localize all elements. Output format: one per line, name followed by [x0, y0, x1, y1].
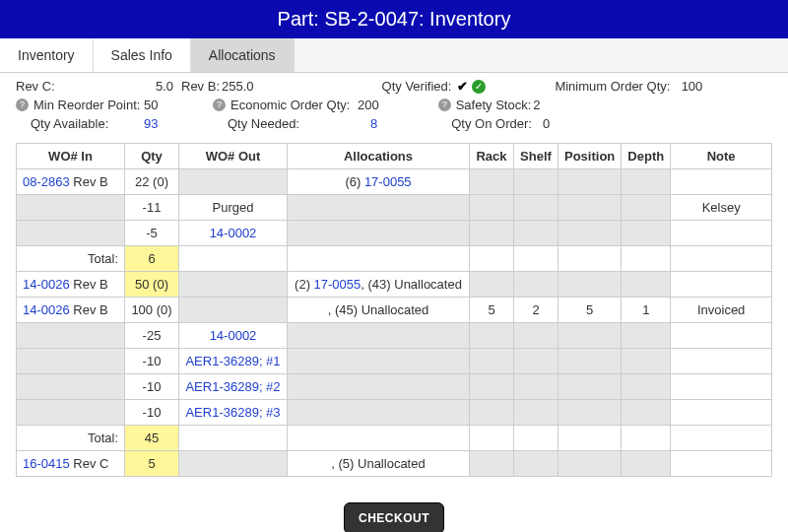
footer: CHECKOUT: [0, 487, 788, 532]
col-position: Position: [558, 144, 622, 169]
col-qty: Qty: [125, 144, 179, 169]
rack-cell: [470, 169, 514, 195]
wo-out-cell: [179, 272, 288, 298]
qty-cell: 100 (0): [125, 298, 179, 323]
shelf-cell: [514, 246, 558, 272]
qty-cell: -10: [125, 400, 179, 426]
tab-sales-info[interactable]: Sales Info: [94, 38, 191, 72]
rack-cell: [470, 272, 514, 298]
tab-allocations[interactable]: Allocations: [191, 38, 295, 72]
wo-out-cell: AER1-36289; #1: [179, 349, 288, 374]
wo-out-link[interactable]: 14-0002: [210, 226, 257, 240]
depth-cell: [622, 246, 671, 272]
wo-out-link[interactable]: AER1-36289; #3: [185, 405, 280, 420]
alloc-cell: [288, 349, 470, 374]
help-icon[interactable]: ?: [213, 99, 226, 111]
alloc-cell: (6) 17-0055: [288, 169, 470, 195]
wo-in-cell: [17, 349, 125, 374]
rack-cell: [470, 349, 514, 374]
note-cell: [671, 451, 772, 477]
alloc-cell: , (5) Unallocated: [288, 451, 470, 477]
rev-suffix: Rev B: [70, 302, 108, 317]
alloc-prefix: (2): [295, 277, 314, 292]
revb-label: Rev B:: [181, 79, 220, 94]
wo-in-cell: 16-0415 Rev C: [17, 451, 125, 477]
wo-link[interactable]: 08-2863: [23, 174, 70, 189]
wo-link[interactable]: 14-0026: [23, 302, 70, 317]
wo-in-cell: 14-0026 Rev B: [17, 298, 125, 323]
wo-out-link[interactable]: AER1-36289; #2: [185, 379, 280, 394]
depth-cell: 1: [622, 298, 671, 323]
total-label: Total:: [17, 426, 125, 451]
alloc-cell: [288, 426, 470, 451]
pos-cell: [558, 451, 622, 477]
shelf-cell: [514, 451, 558, 477]
safety-label: Safety Stock:: [456, 98, 532, 112]
tab-inventory[interactable]: Inventory: [0, 38, 94, 72]
alloc-link[interactable]: 17-0055: [314, 277, 361, 292]
wo-out-cell: 14-0002: [179, 323, 288, 349]
wo-out-link[interactable]: AER1-36289; #1: [185, 354, 280, 368]
rack-cell: [470, 400, 514, 426]
alloc-cell: [288, 246, 470, 272]
rev-suffix: Rev B: [70, 277, 108, 292]
rev-suffix: Rev B: [70, 174, 108, 189]
qty-cell: -25: [125, 323, 179, 349]
pos-cell: [558, 246, 622, 272]
note-cell: [671, 221, 772, 246]
qty-verified-label: Qty Verified:: [382, 79, 452, 94]
rack-cell: [470, 426, 514, 451]
table-row: 08-2863 Rev B 22 (0) (6) 17-0055: [17, 169, 772, 195]
qty-needed-value[interactable]: 8: [370, 116, 377, 131]
checkout-button[interactable]: CHECKOUT: [344, 502, 444, 532]
wo-out-link[interactable]: 14-0002: [210, 328, 257, 343]
alloc-prefix: (6): [345, 174, 364, 189]
depth-cell: [622, 323, 671, 349]
inventory-table: WO# In Qty WO# Out Allocations Rack Shel…: [16, 143, 772, 477]
table-total-row: Total: 6: [17, 246, 772, 272]
shelf-cell: [514, 323, 558, 349]
table-header-row: WO# In Qty WO# Out Allocations Rack Shel…: [17, 144, 772, 169]
alloc-link[interactable]: 17-0055: [364, 174, 412, 189]
alloc-suffix: , (43) Unallocated: [361, 277, 462, 292]
shelf-cell: 2: [514, 298, 558, 323]
rack-cell: [470, 195, 514, 221]
alloc-cell: [288, 195, 470, 221]
shelf-cell: [514, 349, 558, 374]
depth-cell: [622, 195, 671, 221]
col-alloc: Allocations: [288, 144, 470, 169]
pos-cell: [558, 374, 622, 400]
table-row: -10 AER1-36289; #3: [17, 400, 772, 426]
safety-value: 2: [533, 98, 540, 112]
summary-panel: Rev C: 5.0 Rev B:255.0 Qty Verified:✔✓ M…: [0, 73, 788, 141]
note-cell: Kelsey: [671, 195, 772, 221]
wo-link[interactable]: 14-0026: [23, 277, 70, 292]
wo-out-cell: [179, 298, 288, 323]
qty-avail-value[interactable]: 93: [144, 116, 158, 131]
table-row: 16-0415 Rev C 5 , (5) Unallocated: [17, 451, 772, 477]
alloc-cell: [288, 374, 470, 400]
note-cell: [671, 349, 772, 374]
pos-cell: [558, 349, 622, 374]
wo-in-cell: [17, 400, 125, 426]
wo-link[interactable]: 16-0415: [23, 456, 70, 471]
check-icon: ✔: [457, 79, 468, 94]
table-row: 14-0026 Rev B 50 (0) (2) 17-0055, (43) U…: [17, 272, 772, 298]
note-cell: Invoiced: [671, 298, 772, 323]
wo-in-cell: 14-0026 Rev B: [17, 272, 125, 298]
total-qty: 6: [125, 246, 179, 272]
wo-out-cell: [179, 451, 288, 477]
col-shelf: Shelf: [514, 144, 558, 169]
rev-suffix: Rev C: [70, 456, 109, 471]
shelf-cell: [514, 272, 558, 298]
help-icon[interactable]: ?: [438, 99, 451, 111]
qty-needed-label: Qty Needed:: [228, 116, 299, 131]
eoq-value: 200: [358, 98, 379, 112]
qty-onorder-label: Qty On Order:: [451, 116, 532, 131]
wo-in-cell: [17, 374, 125, 400]
revc-value: 5.0: [156, 79, 173, 94]
tab-bar: Inventory Sales Info Allocations: [0, 38, 788, 73]
help-icon[interactable]: ?: [16, 99, 29, 111]
eoq-label: Economic Order Qty:: [230, 98, 350, 112]
min-order-value: 100: [682, 79, 703, 94]
